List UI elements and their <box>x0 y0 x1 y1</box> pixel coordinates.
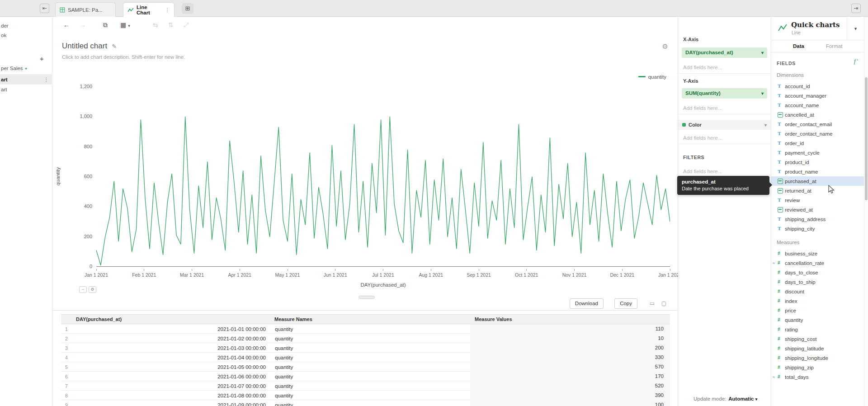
field-item[interactable]: T review <box>771 195 864 205</box>
copy-button[interactable]: Copy <box>614 298 637 309</box>
expand-chart-icon[interactable]: ⤢ <box>184 21 189 29</box>
undo-icon[interactable]: ← <box>63 21 70 28</box>
chart-type-dropdown[interactable]: ▾ <box>847 17 864 40</box>
chart-type-icon[interactable]: ▦ ▾ <box>120 21 130 28</box>
field-item[interactable]: T order_id <box>771 138 864 148</box>
scrollbar-thumb[interactable] <box>865 77 868 200</box>
field-item[interactable]: # index <box>771 296 864 306</box>
chart-description-placeholder[interactable]: Click to add chart description. Shift-en… <box>62 54 185 60</box>
field-item[interactable]: purchased_at <box>771 176 864 186</box>
sidebar-item-collection[interactable]: per Sales ✦ <box>1 66 28 71</box>
sidebar-item-selected[interactable]: art ⋮ <box>0 74 52 85</box>
tab-menu-icon[interactable]: ⋮ <box>165 7 170 13</box>
field-type-icon: # <box>778 270 783 275</box>
field-item[interactable]: # shipping_zip <box>771 363 864 372</box>
color-add-field[interactable]: Add fields here... <box>678 132 771 144</box>
resize-handle[interactable] <box>359 296 375 299</box>
x-axis-add-field[interactable]: Add fields here... <box>678 61 771 74</box>
sidebar-add-button[interactable]: + <box>40 55 44 62</box>
update-mode-dropdown[interactable]: Automatic ▾ <box>728 396 757 401</box>
field-item[interactable]: # days_to_ship <box>771 277 864 287</box>
field-item[interactable]: # discount <box>771 287 864 296</box>
field-item[interactable]: # price <box>771 306 864 315</box>
tab-sample-report[interactable]: SAMPLE: Pa... <box>55 2 116 17</box>
item-menu-icon[interactable]: ⋮ <box>44 76 49 83</box>
download-button[interactable]: Download <box>570 298 604 309</box>
field-item[interactable]: T shipping_city <box>771 224 864 233</box>
sidebar-item[interactable]: ok <box>1 33 6 38</box>
chart-card: Untitled chart ✎ Click to add chart desc… <box>52 34 678 310</box>
add-formula-icon[interactable]: ƒ+ <box>854 58 859 65</box>
column-header[interactable]: Measure Values <box>470 316 670 322</box>
field-item[interactable]: # shipping_latitude <box>771 344 864 353</box>
field-item[interactable]: # rating <box>771 325 864 334</box>
field-item[interactable]: T product_id <box>771 157 864 167</box>
field-item[interactable]: cancelled_at <box>771 110 864 119</box>
field-item[interactable]: T account_manager <box>771 91 864 100</box>
expand-table-icon[interactable]: ▢ <box>661 300 666 307</box>
tab-data[interactable]: Data <box>793 43 804 49</box>
field-item[interactable]: T account_name <box>771 100 864 110</box>
field-item[interactable]: T payment_cycle <box>771 148 864 157</box>
field-item[interactable]: # shipping_longitude <box>771 353 864 363</box>
field-item[interactable]: T order_contact_email <box>771 119 864 129</box>
table-row[interactable]: 3 2021-01-03 00:00:00 quantity 200 <box>61 343 670 353</box>
collapse-sidebar-icon[interactable]: ⇤ <box>40 4 49 13</box>
field-item[interactable]: ≈ # cancellation_rate <box>771 258 864 268</box>
y-axis-field-pill[interactable]: SUM(quantity) ▾ <box>682 88 767 99</box>
color-section-header[interactable]: Color ▾ <box>678 120 771 130</box>
collapse-table-icon[interactable]: ▭ <box>650 300 655 307</box>
color-swatch-icon <box>682 123 686 127</box>
column-header[interactable]: Measure Names <box>271 316 470 322</box>
redo-icon[interactable]: → <box>80 21 86 28</box>
field-item[interactable]: # quantity <box>771 315 864 325</box>
x-axis-field-pill[interactable]: DAY(purchased_at) ▾ <box>682 47 767 58</box>
row-number: 6 <box>61 374 72 379</box>
field-item[interactable]: # shipping_cost <box>771 334 864 344</box>
sort-ascending-icon[interactable]: ⇅ <box>168 21 174 28</box>
table-row[interactable]: 4 2021-01-04 00:00:00 quantity 330 <box>61 353 670 362</box>
duplicate-chart-icon[interactable]: ⧉ <box>103 21 108 29</box>
field-item[interactable]: T order_contact_name <box>771 129 864 138</box>
field-item[interactable]: ≈ # total_days <box>771 372 864 382</box>
chart-options-button[interactable]: ⚙ <box>89 286 96 293</box>
tab-line-chart[interactable]: Line Chart ⋮ <box>123 2 175 17</box>
column-header[interactable]: DAY(purchased_at) <box>72 316 271 322</box>
field-item[interactable]: returned_at <box>771 186 864 195</box>
field-name: quantity <box>785 317 803 323</box>
cell-date: 2021-01-08 00:00:00 <box>72 393 271 398</box>
field-item[interactable]: T shipping_address <box>771 214 864 224</box>
table-row[interactable]: 1 2021-01-01 00:00:00 quantity 110 <box>61 324 670 334</box>
y-axis-add-field[interactable]: Add fields here... <box>678 102 771 114</box>
chart-plot-area[interactable] <box>96 87 670 267</box>
new-chart-button[interactable]: ⊞ <box>182 3 193 14</box>
field-name: shipping_address <box>785 217 826 222</box>
tab-format[interactable]: Format <box>826 43 842 49</box>
field-name: cancellation_rate <box>785 260 824 266</box>
table-row[interactable]: 8 2021-01-08 00:00:00 quantity 390 <box>61 391 670 400</box>
table-row[interactable]: 2 2021-01-02 00:00:00 quantity 10 <box>61 334 670 343</box>
row-number: 9 <box>61 402 72 406</box>
field-item[interactable]: reviewed_at <box>771 205 864 214</box>
sidebar-item[interactable]: art <box>1 87 7 92</box>
zoom-out-button[interactable]: − <box>79 286 87 293</box>
table-row[interactable]: 5 2021-01-05 00:00:00 quantity 570 <box>61 362 670 372</box>
table-row[interactable]: 7 2021-01-07 00:00:00 quantity 520 <box>61 381 670 391</box>
scrollbar[interactable] <box>864 17 868 406</box>
swap-axes-icon[interactable]: ⇆ <box>153 21 158 28</box>
chart-settings-icon[interactable]: ⚙ <box>662 42 668 51</box>
field-item[interactable]: T account_id <box>771 81 864 91</box>
edit-title-icon[interactable]: ✎ <box>112 43 117 50</box>
field-item[interactable]: # business_size <box>771 249 864 258</box>
sidebar-item[interactable]: der <box>1 23 9 28</box>
table-row[interactable]: 6 2021-01-06 00:00:00 quantity 170 <box>61 372 670 381</box>
field-type-icon: # <box>778 365 783 370</box>
field-name: shipping_zip <box>785 365 814 370</box>
table-row[interactable]: 9 2021-01-09 00:00:00 quantity 100 <box>61 400 670 406</box>
chart-title[interactable]: Untitled chart <box>62 42 107 51</box>
collapse-right-panel-icon[interactable]: ⇥ <box>851 4 861 13</box>
field-type-icon: T <box>778 217 783 222</box>
cell-measure-name: quantity <box>271 345 470 351</box>
field-item[interactable]: # days_to_close <box>771 268 864 277</box>
field-item[interactable]: T product_name <box>771 167 864 176</box>
